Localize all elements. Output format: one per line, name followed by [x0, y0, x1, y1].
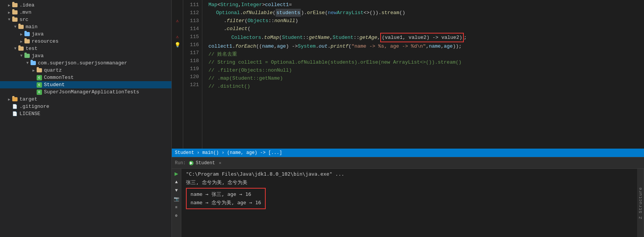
file-icon: C — [37, 90, 42, 95]
gutter-line-113: ⚠ — [172, 17, 183, 25]
code-line-118: // String collect1 = Optional.ofNullable… — [208, 58, 644, 66]
arrow-icon: ▼ — [6, 18, 12, 22]
sidebar-item-license[interactable]: 📄 LICENSE — [0, 110, 171, 117]
highlight-lambda: (value1, value2) -> value2) — [380, 33, 464, 42]
folder-icon — [24, 54, 30, 58]
run-align-button[interactable]: ≡ — [173, 204, 180, 211]
file-icon: 📄 — [12, 104, 18, 109]
sidebar-item-label: com.superjson.superjsonmanager — [38, 60, 127, 66]
folder-icon — [18, 25, 24, 29]
annotation-red-icon: ⚠ — [176, 18, 179, 24]
run-content: ▶ ▲ ▼ 📷 ≡ ⚙ — [172, 169, 644, 237]
sidebar-item-label: Student — [44, 82, 65, 88]
sidebar-item-superjson[interactable]: C SuperJsonManagerApplicationTests — [0, 88, 171, 96]
sidebar-item-mvn[interactable]: ▶ .mvn — [0, 9, 171, 16]
run-up-button[interactable]: ▲ — [173, 179, 180, 186]
code-line-119: // .filter(Objects::nonNull) — [208, 66, 644, 74]
run-camera-button[interactable]: 📷 — [173, 195, 180, 202]
gutter-line-111 — [172, 1, 183, 9]
sidebar-item-label: test — [26, 46, 37, 51]
gutter-line-117 — [172, 49, 183, 57]
gutter: ⚠ ⚠ 💡 — [172, 0, 183, 149]
sidebar-item-label: main — [26, 24, 37, 30]
folder-icon — [18, 46, 24, 51]
code-line-115: Collectors.toMap(Student::getName, Stude… — [208, 33, 644, 42]
tab-close-icon[interactable]: ✕ — [219, 160, 221, 165]
sidebar-item-src[interactable]: ▼ src — [0, 16, 171, 23]
run-play-button[interactable]: ▶ — [173, 170, 180, 177]
file-tree[interactable]: ▶ .idea ▶ .mvn ▼ src ▼ main ▶ java ▶ res… — [0, 0, 172, 237]
sidebar-item-label: resources — [32, 38, 58, 44]
line-numbers: 111 112 113 114 115 116 117 118 119 120 … — [183, 0, 202, 149]
folder-icon — [37, 68, 42, 72]
gutter-line-114 — [172, 25, 183, 33]
gutter-line-116: 💡 — [172, 41, 183, 49]
sidebar-item-target[interactable]: ▶ target — [0, 96, 171, 103]
annotation-red-icon-2: ⚠ — [176, 34, 179, 40]
run-output-exec: "C:\Program Files\Java\jdk1.8.0_102\bin\… — [186, 170, 633, 178]
sidebar-item-main[interactable]: ▼ main — [0, 23, 171, 30]
sidebar-item-label: CommonTest — [44, 75, 74, 80]
arrow-icon: ▼ — [24, 61, 31, 65]
sidebar-item-package[interactable]: ▼ com.superjson.superjsonmanager — [0, 59, 171, 67]
structure-tab[interactable]: Z Structure — [637, 169, 644, 237]
run-output-normal: 张三, 念兮为美, 念兮为美 — [186, 179, 633, 186]
folder-icon — [24, 32, 30, 36]
sidebar-item-common[interactable]: C CommonTest — [0, 74, 171, 81]
file-icon: C — [37, 75, 42, 80]
arrow-icon: ▶ — [6, 10, 12, 15]
sidebar-item-gitignore[interactable]: 📄 .gitignore — [0, 103, 171, 110]
folder-icon — [12, 97, 18, 101]
code-editor[interactable]: ⚠ ⚠ 💡 111 — [172, 0, 644, 157]
code-line-114: .collect( — [208, 25, 644, 33]
folder-icon — [31, 61, 36, 65]
breadcrumb: Student › main() › (name, age) -> [...] — [175, 150, 282, 155]
sidebar-item-idea[interactable]: ▶ .idea — [0, 2, 171, 9]
sidebar-item-label: .idea — [19, 2, 34, 8]
file-icon: 📄 — [12, 111, 18, 116]
run-sidebar: ▶ ▲ ▼ 📷 ≡ ⚙ — [172, 169, 181, 237]
gutter-line-121 — [172, 81, 183, 89]
arrow-icon: ▼ — [12, 46, 18, 51]
sidebar-item-quartz[interactable]: ▶ quartz — [0, 67, 171, 74]
code-line-116: collect1.forEach((name, age) -> System.o… — [208, 42, 644, 50]
code-line-117: // 姓名去重 — [208, 50, 644, 58]
annotation-yellow-icon: 💡 — [174, 42, 181, 48]
sidebar-item-label: java — [32, 31, 44, 37]
sidebar-item-label: src — [19, 17, 28, 22]
code-line-113: .filter(Objects::nonNull) — [208, 17, 644, 25]
code-line-121: // .distinct() — [208, 82, 644, 90]
sidebar-item-label: LICENSE — [19, 111, 40, 117]
run-output-line1: name → 张三, age → 16 — [190, 190, 261, 199]
arrow-icon: ▶ — [6, 97, 12, 102]
sidebar-item-resources[interactable]: ▶ resources — [0, 38, 171, 45]
arrow-icon: ▼ — [12, 25, 18, 29]
sidebar-item-java[interactable]: ▶ java — [0, 30, 171, 38]
run-tab-label: Student — [196, 160, 215, 166]
run-icon — [189, 161, 194, 165]
sidebar-item-java2[interactable]: ▼ java — [0, 52, 171, 59]
sidebar-item-label: quartz — [44, 67, 62, 73]
code-lines: Map<String, Integer> collect1 = Optional… — [202, 0, 644, 149]
gutter-line-120 — [172, 73, 183, 81]
structure-label: Z Structure — [638, 187, 643, 219]
sidebar-item-student[interactable]: C Student — [0, 81, 171, 88]
gutter-line-115: ⚠ — [172, 33, 183, 41]
sidebar-item-label: .gitignore — [19, 104, 49, 109]
run-output: "C:\Program Files\Java\jdk1.8.0_102\bin\… — [181, 169, 637, 237]
folder-icon — [24, 39, 30, 43]
sidebar-item-label: .mvn — [19, 10, 31, 15]
run-tool-button[interactable]: ⚙ — [173, 212, 180, 219]
sidebar-item-label: SuperJsonManagerApplicationTests — [44, 89, 139, 95]
run-tab-student[interactable]: Student ✕ — [186, 159, 224, 167]
code-line-112: Optional.ofNullable(students).orElse(new… — [208, 9, 644, 17]
arrow-icon: ▶ — [18, 32, 24, 37]
gutter-line-118 — [172, 57, 183, 65]
run-panel: Run: Student ✕ ▶ ▲ ▼ 📷 ≡ ⚙ — [172, 157, 644, 237]
run-output-highlighted-box: name → 张三, age → 16 name → 念兮为美, age → 1… — [186, 188, 266, 209]
folder-icon — [12, 18, 18, 22]
run-label: Run: — [175, 160, 186, 166]
sidebar-item-label: java — [32, 53, 44, 59]
run-down-button[interactable]: ▼ — [173, 187, 180, 194]
sidebar-item-test[interactable]: ▼ test — [0, 45, 171, 52]
